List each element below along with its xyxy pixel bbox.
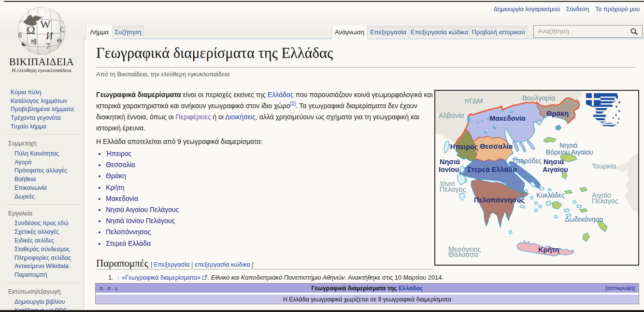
svg-text:πΓΔΜ: πΓΔΜ <box>464 97 483 105</box>
svg-text:б: б <box>18 32 22 39</box>
svg-text:Σποράδες: Σποράδες <box>512 157 542 165</box>
svg-text:Στερεά Ελλάδα: Στερεά Ελλάδα <box>467 166 517 173</box>
svg-text:И: И <box>45 30 54 41</box>
svg-text:Θάλασσα: Θάλασσα <box>448 251 478 258</box>
svg-text:☯: ☯ <box>21 41 27 47</box>
svg-text:Νησιά: Νησιά <box>440 158 460 166</box>
svg-text:Αιγαίου: Αιγαίου <box>543 166 568 173</box>
svg-text:Βουλγαρία: Βουλγαρία <box>522 94 555 102</box>
svg-text:Αλβανία: Αλβανία <box>439 112 464 119</box>
svg-text:维: 维 <box>31 38 37 45</box>
svg-text:Θεσσαλία: Θεσσαλία <box>480 142 513 150</box>
svg-text:Βόρειου Αιγαίου: Βόρειου Αιγαίου <box>546 149 593 156</box>
svg-text:Πελοπόννησος: Πελοπόννησος <box>474 196 525 204</box>
svg-text:Νησιά: Νησιά <box>544 158 564 166</box>
svg-text:Τουρκία: Τουρκία <box>592 162 616 170</box>
svg-text:Πέλαγος: Πέλαγος <box>592 197 618 205</box>
svg-text:Πέλαγος: Πέλαγος <box>440 185 466 193</box>
svg-text:Μακεδονία: Μακεδονία <box>489 114 526 122</box>
svg-text:W: W <box>40 18 51 30</box>
svg-text:Θράκη: Θράκη <box>546 110 569 117</box>
svg-text:Ω: Ω <box>27 24 35 36</box>
svg-text:Ιονίου: Ιονίου <box>439 166 459 173</box>
svg-text:Δωδεκάνησα: Δωδεκάνησα <box>565 216 603 223</box>
svg-text:7: 7 <box>46 42 50 51</box>
svg-text:Νησιά: Νησιά <box>559 142 577 149</box>
svg-text:Θ: Θ <box>57 37 61 44</box>
svg-text:Κυκλάδες: Κυκλάδες <box>536 192 565 199</box>
svg-text:С: С <box>60 26 64 33</box>
svg-text:Ήπειρος: Ήπειρος <box>449 143 478 151</box>
svg-text:Κρήτη: Κρήτη <box>538 246 559 254</box>
